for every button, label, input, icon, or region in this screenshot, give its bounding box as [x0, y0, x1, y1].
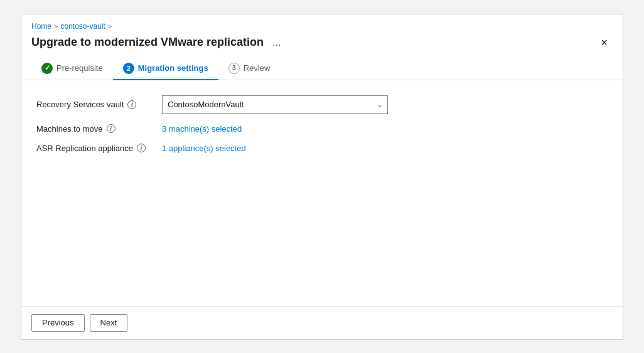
modal-body: Recovery Services vault i ContosoModernV… — [21, 80, 623, 306]
form-row-appliance: ASR Replication appliance i 1 appliance(… — [36, 144, 608, 153]
modal-title: Upgrade to modernized VMware replication — [31, 36, 264, 49]
appliance-label-text: ASR Replication appliance — [36, 144, 133, 153]
close-button[interactable]: × — [596, 36, 613, 50]
tab-label-migration-settings: Migration settings — [138, 63, 208, 73]
form-control-appliance: 1 appliance(s) selected — [162, 144, 388, 153]
tab-label-prerequisite: Pre-requisite — [56, 63, 103, 73]
form-label-machines: Machines to move i — [36, 124, 162, 134]
tab-icon-review: 3 — [228, 63, 240, 74]
form-control-recovery-vault: ContosoModernVault ContosoVault2 Contoso… — [162, 95, 388, 114]
modal-overlay: Home > contoso-vault > Upgrade to modern… — [0, 0, 644, 353]
recovery-vault-select[interactable]: ContosoModernVault ContosoVault2 Contoso… — [162, 95, 388, 114]
modal-footer: Previous Next — [21, 306, 623, 339]
form-label-recovery-vault: Recovery Services vault i — [36, 100, 162, 109]
tab-migration-settings[interactable]: 2 Migration settings — [113, 58, 218, 80]
more-options-button[interactable]: ... — [269, 36, 284, 50]
breadcrumb-vault[interactable]: contoso-vault — [60, 22, 105, 31]
recovery-vault-label-text: Recovery Services vault — [36, 100, 124, 109]
appliance-link[interactable]: 1 appliance(s) selected — [162, 144, 246, 153]
breadcrumb-chevron-1: > — [54, 23, 58, 30]
tab-label-review: Review — [244, 63, 271, 73]
form-control-machines: 3 machine(s) selected — [162, 124, 388, 134]
form-row-recovery-vault: Recovery Services vault i ContosoModernV… — [36, 95, 608, 114]
tab-review[interactable]: 3 Review — [218, 58, 281, 80]
breadcrumb-chevron-2: > — [108, 23, 112, 30]
tab-icon-migration-settings: 2 — [123, 63, 134, 74]
modal-header: Home > contoso-vault > Upgrade to modern… — [21, 14, 623, 80]
upgrade-modal: Home > contoso-vault > Upgrade to modern… — [21, 14, 623, 340]
machines-label-text: Machines to move — [36, 124, 103, 134]
form-row-machines: Machines to move i 3 machine(s) selected — [36, 124, 608, 134]
machines-link[interactable]: 3 machine(s) selected — [162, 124, 242, 134]
recovery-vault-info-icon[interactable]: i — [127, 100, 136, 109]
breadcrumb-home[interactable]: Home — [31, 22, 51, 31]
form-label-appliance: ASR Replication appliance i — [36, 144, 162, 153]
appliance-info-icon[interactable]: i — [137, 144, 146, 152]
tab-icon-prerequisite: ✓ — [41, 63, 53, 74]
tabs: ✓ Pre-requisite 2 Migration settings 3 R… — [31, 57, 613, 80]
tab-prerequisite[interactable]: ✓ Pre-requisite — [31, 58, 113, 80]
select-wrapper-recovery-vault: ContosoModernVault ContosoVault2 Contoso… — [162, 95, 388, 114]
modal-title-left: Upgrade to modernized VMware replication… — [31, 36, 284, 50]
breadcrumb: Home > contoso-vault > — [31, 22, 613, 31]
previous-button[interactable]: Previous — [31, 314, 85, 332]
modal-title-row: Upgrade to modernized VMware replication… — [31, 36, 613, 50]
machines-info-icon[interactable]: i — [107, 124, 115, 133]
next-button[interactable]: Next — [90, 314, 128, 332]
